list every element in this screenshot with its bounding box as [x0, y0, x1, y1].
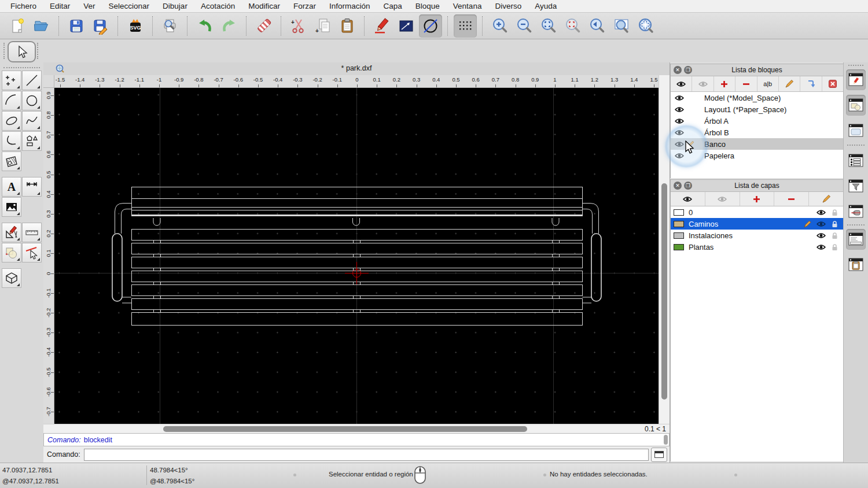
new-file-button[interactable]: [6, 14, 29, 38]
toggle-command-widget-button[interactable]: [846, 229, 866, 250]
arc-tool-button[interactable]: [2, 91, 21, 110]
line-tool-button[interactable]: [22, 71, 42, 90]
detach-icon[interactable]: ❐: [684, 182, 692, 190]
open-file-button[interactable]: [30, 14, 53, 38]
hatch-tool-button[interactable]: [2, 151, 21, 171]
undo-button[interactable]: [193, 14, 216, 38]
horizontal-scrollbar[interactable]: 0.1 < 1: [43, 424, 670, 433]
menu-fichero[interactable]: Fichero: [10, 2, 36, 10]
select-tool-button[interactable]: [8, 41, 36, 62]
layer-row-caminos-selected[interactable]: Caminos: [671, 218, 843, 230]
redo-button[interactable]: [218, 14, 241, 38]
modify-tool-button[interactable]: [2, 223, 21, 242]
lock-icon[interactable]: [831, 220, 838, 228]
menu-acotación[interactable]: Acotación: [201, 2, 235, 10]
edit-block-button[interactable]: [779, 76, 800, 91]
delete-selected-button[interactable]: [252, 14, 275, 38]
layer-row-instalaciones[interactable]: Instalaciones: [671, 230, 843, 241]
dimension-tool-button[interactable]: [22, 177, 42, 197]
eye-icon[interactable]: [675, 130, 684, 136]
horizontal-scrollbar-thumb[interactable]: [163, 426, 527, 432]
remove-layer-button[interactable]: [774, 192, 809, 206]
save-button[interactable]: [65, 14, 88, 38]
lock-icon[interactable]: [831, 209, 838, 216]
menu-dibujar[interactable]: Dibujar: [163, 2, 187, 10]
circle-tool-button[interactable]: [22, 91, 42, 110]
menu-bloque[interactable]: Bloque: [415, 2, 440, 10]
eye-icon[interactable]: [816, 232, 826, 239]
grid-toggle-button[interactable]: [454, 14, 477, 38]
eye-icon[interactable]: [675, 118, 684, 124]
zoom-out-button[interactable]: [513, 14, 536, 38]
toggle-pen-palette-widget-button[interactable]: [846, 201, 866, 222]
zoom-in-button[interactable]: [488, 14, 512, 38]
zoom-auto-button[interactable]: [537, 14, 560, 38]
block-row-papelera[interactable]: Papelera: [671, 150, 843, 161]
cad-canvas[interactable]: [54, 88, 659, 424]
measure-tool-button[interactable]: [22, 223, 42, 242]
block-row-model[interactable]: Model (*Model_Space): [671, 92, 843, 103]
menu-ver[interactable]: Ver: [83, 2, 95, 10]
paste-button[interactable]: [336, 14, 359, 38]
draw-pencil-button[interactable]: [370, 14, 393, 38]
zoom-window-button[interactable]: [610, 14, 633, 38]
block-row-arbol-b[interactable]: Árbol B: [671, 127, 843, 138]
menu-forzar[interactable]: Forzar: [293, 2, 316, 10]
circle-line-mode-button[interactable]: [419, 14, 442, 38]
command-options-button[interactable]: [651, 448, 667, 462]
toggle-block-edit-widget-button[interactable]: [846, 69, 866, 90]
toggle-preview-widget-button[interactable]: [846, 120, 866, 141]
detach-icon[interactable]: ❐: [684, 66, 692, 74]
menu-información[interactable]: Información: [329, 2, 370, 10]
eye-icon[interactable]: [816, 209, 826, 216]
spline-tool-button[interactable]: [22, 111, 42, 131]
save-as-button[interactable]: [89, 14, 112, 38]
vertical-scrollbar[interactable]: [659, 75, 670, 424]
lock-icon[interactable]: [831, 232, 838, 239]
block-row-arbol-a[interactable]: Árbol A: [671, 115, 843, 127]
menu-diverso[interactable]: Diverso: [495, 2, 521, 10]
delete-entity-tool-button[interactable]: [22, 243, 42, 263]
show-all-layers-button[interactable]: [671, 192, 705, 206]
block-tool-button[interactable]: [2, 268, 21, 288]
polyline-arrow-button[interactable]: [395, 14, 418, 38]
block-row-layout1[interactable]: Layout1 (*Paper_Space): [671, 103, 843, 115]
cut-button[interactable]: +: [287, 14, 310, 38]
layer-row-0[interactable]: 0: [671, 206, 843, 218]
menu-modificar[interactable]: Modificar: [248, 2, 280, 10]
close-icon[interactable]: ✕: [674, 66, 682, 74]
svg-export-button[interactable]: SVG: [124, 14, 147, 38]
toggle-clipboard-widget-button[interactable]: [846, 254, 866, 275]
delete-all-blocks-button[interactable]: [822, 76, 843, 91]
print-preview-button[interactable]: [159, 14, 182, 38]
menu-ayuda[interactable]: Ayuda: [535, 2, 557, 10]
eye-icon[interactable]: [816, 221, 826, 227]
menu-seleccionar[interactable]: Seleccionar: [109, 2, 150, 10]
eye-icon[interactable]: [675, 141, 684, 147]
edit-layer-button[interactable]: [809, 192, 843, 206]
toggle-library-widget-button[interactable]: [846, 95, 866, 116]
zoom-pan-button[interactable]: [634, 14, 657, 38]
rename-block-button[interactable]: a|b: [757, 76, 779, 91]
block-row-banco-selected[interactable]: Banco: [671, 138, 843, 150]
eye-icon[interactable]: [675, 153, 684, 159]
menu-editar[interactable]: Editar: [50, 2, 70, 10]
lock-icon[interactable]: [831, 243, 838, 251]
toggle-filter-widget-button[interactable]: [846, 176, 866, 197]
add-layer-button[interactable]: [740, 192, 775, 206]
eye-icon[interactable]: [675, 106, 684, 113]
copy-button[interactable]: +: [311, 14, 334, 38]
zoom-select-button[interactable]: [561, 14, 584, 38]
polygon-tool-button[interactable]: [22, 131, 42, 151]
command-history-scrollthumb[interactable]: [664, 435, 668, 445]
vertical-scrollbar-thumb[interactable]: [661, 183, 667, 400]
menu-capa[interactable]: Capa: [384, 2, 402, 10]
trim-tool-button[interactable]: [2, 243, 21, 263]
layer-row-plantas[interactable]: Plantas: [671, 241, 843, 253]
insert-block-button[interactable]: [800, 76, 822, 91]
zoom-previous-button[interactable]: [586, 14, 609, 38]
remove-block-button[interactable]: [735, 76, 757, 91]
points-tool-button[interactable]: [2, 71, 21, 90]
menu-ventana[interactable]: Ventana: [453, 2, 482, 10]
hide-all-layers-button[interactable]: [705, 192, 740, 206]
